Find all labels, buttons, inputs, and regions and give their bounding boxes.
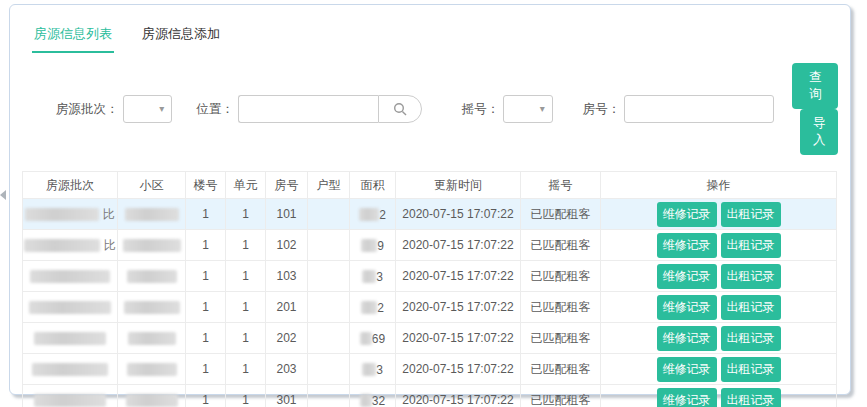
cell-room: 201 — [266, 292, 308, 323]
cell-lottery: 已匹配租客 — [521, 199, 601, 230]
table-row: 1110332020-07-15 17:07:22已匹配租客维修记录出租记录 — [23, 261, 837, 292]
location-search-button[interactable] — [378, 95, 422, 123]
repair-button[interactable]: 维修记录 — [657, 357, 717, 382]
cell-area: 9 — [350, 230, 396, 261]
room-filter-label: 房号： — [583, 101, 621, 118]
redacted-text — [361, 239, 377, 252]
cell-updated: 2020-07-15 17:07:22 — [396, 385, 521, 407]
cell-batch — [23, 261, 118, 292]
cell-community — [118, 354, 186, 385]
housing-panel: 房源信息列表 房源信息添加 房源批次： ▾ 位置： 摇号： — [9, 4, 851, 395]
redacted-text — [361, 301, 377, 314]
redacted-text — [29, 301, 111, 314]
redacted-text — [360, 394, 372, 407]
cell-community — [118, 261, 186, 292]
redacted-text — [25, 208, 99, 221]
header-area: 面积 — [350, 172, 396, 199]
cell-community — [118, 292, 186, 323]
cell-operations: 维修记录出租记录 — [601, 323, 837, 354]
cell-type — [308, 199, 350, 230]
rent-button[interactable]: 出租记录 — [721, 233, 781, 258]
cell-updated: 2020-07-15 17:07:22 — [396, 261, 521, 292]
repair-button[interactable]: 维修记录 — [657, 388, 717, 407]
cell-room: 301 — [266, 385, 308, 407]
import-button[interactable]: 导入 — [800, 109, 838, 155]
redacted-text — [24, 239, 100, 252]
rent-button[interactable]: 出租记录 — [721, 326, 781, 351]
redacted-text — [360, 332, 372, 345]
table-body: 比1110122020-07-15 17:07:22已匹配租客维修记录出租记录 … — [23, 199, 837, 407]
cell-room: 202 — [266, 323, 308, 354]
cell-community — [118, 230, 186, 261]
header-unit: 单元 — [226, 172, 266, 199]
cell-building: 1 — [186, 354, 226, 385]
cell-community — [118, 323, 186, 354]
cell-building: 1 — [186, 292, 226, 323]
table-row: 1120332020-07-15 17:07:22已匹配租客维修记录出租记录 — [23, 354, 837, 385]
rent-button[interactable]: 出租记录 — [721, 388, 781, 407]
header-community: 小区 — [118, 172, 186, 199]
cell-updated: 2020-07-15 17:07:22 — [396, 199, 521, 230]
cell-batch — [23, 323, 118, 354]
header-building: 楼号 — [186, 172, 226, 199]
redacted-text — [34, 394, 106, 407]
cell-room: 103 — [266, 261, 308, 292]
redacted-text — [30, 270, 110, 283]
cell-batch: 比 — [23, 230, 118, 261]
tab-housing-add[interactable]: 房源信息添加 — [140, 19, 222, 53]
chevron-down-icon: ▾ — [540, 103, 545, 114]
search-button[interactable]: 查询 — [792, 63, 838, 109]
repair-button[interactable]: 维修记录 — [657, 233, 717, 258]
batch-select[interactable]: ▾ — [123, 95, 173, 123]
redacted-text — [124, 301, 180, 314]
cell-type — [308, 323, 350, 354]
repair-button[interactable]: 维修记录 — [657, 295, 717, 320]
cell-type — [308, 385, 350, 407]
rent-button[interactable]: 出租记录 — [721, 357, 781, 382]
redacted-text — [127, 363, 177, 376]
rent-button[interactable]: 出租记录 — [721, 264, 781, 289]
cell-lottery: 已匹配租客 — [521, 385, 601, 407]
collapse-arrow-icon[interactable] — [0, 190, 6, 200]
cell-building: 1 — [186, 323, 226, 354]
repair-button[interactable]: 维修记录 — [657, 326, 717, 351]
location-input-group — [238, 95, 422, 123]
redacted-text — [126, 394, 178, 407]
header-lottery: 摇号 — [521, 172, 601, 199]
cell-community — [118, 385, 186, 407]
filter-bar: 房源批次： ▾ 位置： 摇号： ▾ 房号： — [56, 63, 838, 155]
cell-unit: 1 — [226, 199, 266, 230]
header-operations: 操作 — [601, 172, 837, 199]
tab-bar: 房源信息列表 房源信息添加 — [22, 17, 838, 53]
cell-area: 2 — [350, 292, 396, 323]
tab-housing-list[interactable]: 房源信息列表 — [32, 19, 114, 53]
cell-room: 203 — [266, 354, 308, 385]
location-input[interactable] — [238, 95, 378, 123]
table-header-row: 房源批次 小区 楼号 单元 房号 户型 面积 更新时间 摇号 操作 — [23, 172, 837, 199]
cell-unit: 1 — [226, 261, 266, 292]
cell-batch: 比 — [23, 199, 118, 230]
cell-updated: 2020-07-15 17:07:22 — [396, 230, 521, 261]
cell-area: 69 — [350, 323, 396, 354]
cell-area: 32 — [350, 385, 396, 407]
rent-button[interactable]: 出租记录 — [721, 202, 781, 227]
cell-room: 101 — [266, 199, 308, 230]
lottery-select[interactable]: ▾ — [503, 95, 553, 123]
room-input[interactable] — [624, 95, 774, 123]
header-batch: 房源批次 — [23, 172, 118, 199]
header-updated: 更新时间 — [396, 172, 521, 199]
search-icon — [393, 102, 407, 116]
repair-button[interactable]: 维修记录 — [657, 202, 717, 227]
redacted-text — [362, 270, 376, 283]
header-room: 房号 — [266, 172, 308, 199]
cell-lottery: 已匹配租客 — [521, 261, 601, 292]
repair-button[interactable]: 维修记录 — [657, 264, 717, 289]
redacted-text — [34, 332, 106, 345]
redacted-text — [128, 332, 176, 345]
redacted-text — [359, 208, 379, 221]
table-row: 比1110292020-07-15 17:07:22已匹配租客维修记录出租记录 — [23, 230, 837, 261]
redacted-text — [125, 208, 179, 221]
cell-community — [118, 199, 186, 230]
rent-button[interactable]: 出租记录 — [721, 295, 781, 320]
cell-unit: 1 — [226, 323, 266, 354]
